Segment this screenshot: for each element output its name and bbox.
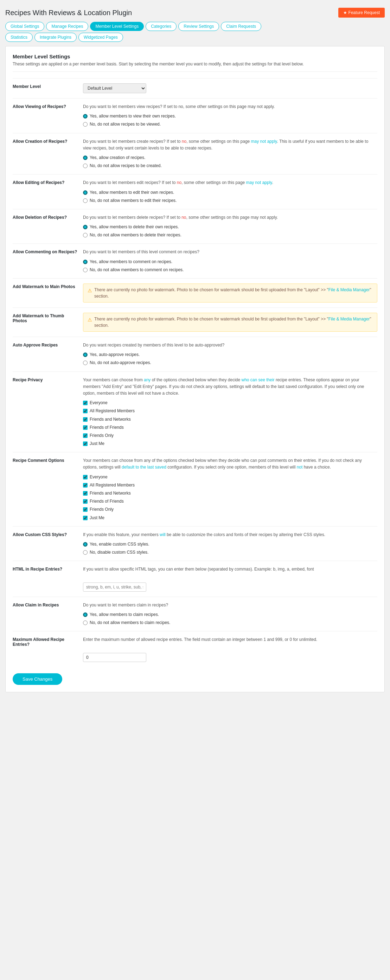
nav-tab-manage-recipes[interactable]: Manage Recipes: [46, 22, 88, 31]
recipe-privacy-content: Your members can choose from any of the …: [83, 377, 377, 447]
allow-creation-label: Allow Creation of Recipes?: [13, 138, 83, 144]
watermark-main-content: ⚠ There are currently no photo for water…: [83, 283, 377, 302]
allow-deletion-content: Do you want to let members delete recipe…: [83, 214, 377, 239]
settings-section-title: Member Level Settings: [13, 54, 377, 59]
file-manager-link-main[interactable]: File & Media Manager: [328, 287, 369, 292]
nav-tab-global-settings[interactable]: Global Settings: [5, 22, 44, 31]
auto-approve-yes[interactable]: Yes, auto-approve recipes.: [83, 352, 377, 358]
allow-deletion-label: Allow Deletion of Recipes?: [13, 214, 83, 220]
custom-css-radios: Yes, enable custom CSS styles. No, disab…: [83, 541, 377, 556]
settings-box: Member Level Settings These settings are…: [5, 46, 385, 692]
comment-checkbox-friends-and-networks[interactable]: Friends and Networks: [83, 490, 377, 497]
allow-claim-no[interactable]: No, do not allow members to claim recipe…: [83, 619, 377, 626]
comment-checkbox-friends-of-friends[interactable]: Friends of Friends: [83, 498, 377, 505]
privacy-checkbox-all-registered-members[interactable]: All Registered Members: [83, 408, 377, 414]
allow-commenting-label: Allow Commenting on Recipes?: [13, 249, 83, 255]
allow-editing-content: Do you want to let members edit recipes?…: [83, 180, 377, 204]
member-level-content: Default Level: [83, 83, 377, 93]
comment-checkbox-everyone[interactable]: Everyone: [83, 474, 377, 480]
watermark-thumb-content: ⚠ There are currently no photo for water…: [83, 313, 377, 332]
page-title: Recipes With Reviews & Location Plugin: [5, 9, 132, 17]
allow-claim-content: Do you want to let members claim in reci…: [83, 602, 377, 627]
allow-commenting-no[interactable]: No, do not allow members to comment on r…: [83, 267, 377, 273]
allow-creation-no[interactable]: No, do not allow recipes to be created.: [83, 162, 377, 169]
allow-editing-row: Allow Editing of Recipes? Do you want to…: [13, 174, 377, 209]
allow-commenting-desc: Do you want to let members of this level…: [83, 249, 377, 255]
nav-tab-widgetized-pages[interactable]: Widgetized Pages: [78, 33, 123, 42]
privacy-checkbox-friends-and-networks[interactable]: Friends and Networks: [83, 416, 377, 423]
allow-editing-yes[interactable]: Yes, allow members to edit their own rec…: [83, 189, 377, 196]
privacy-checkbox-just-me[interactable]: Just Me: [83, 441, 377, 447]
watermark-main-label: Add Watermark to Main Photos: [13, 283, 83, 289]
html-entries-row: HTML in Recipe Entries? If you want to a…: [13, 561, 377, 596]
recipe-comment-options-desc: Your members can choose from any of the …: [83, 457, 377, 471]
auto-approve-row: Auto Approve Recipes Do you want recipes…: [13, 337, 377, 371]
custom-css-content: If you enable this feature, your members…: [83, 531, 377, 556]
allow-creation-desc: Do you want to let members create recipe…: [83, 138, 377, 152]
nav-tabs: Global SettingsManage RecipesMember Leve…: [5, 22, 385, 31]
privacy-checkbox-everyone[interactable]: Everyone: [83, 399, 377, 406]
settings-section-desc: These settings are applied on a per memb…: [13, 62, 377, 72]
watermark-main-warning: ⚠ There are currently no photo for water…: [83, 283, 377, 302]
nav-tab-statistics[interactable]: Statistics: [5, 33, 33, 42]
nav-tabs-row2: StatisticsIntegrate PluginsWidgetized Pa…: [5, 33, 385, 42]
allow-viewing-row: Allow Viewing of Recipes? Do you want to…: [13, 98, 377, 133]
nav-tab-claim-requests[interactable]: Claim Requests: [221, 22, 261, 31]
allow-viewing-yes[interactable]: Yes, allow members to view their own rec…: [83, 113, 377, 119]
max-entries-content: Enter the maximum number of allowed reci…: [83, 636, 377, 662]
feature-request-button[interactable]: ★ Feature Request: [338, 8, 385, 18]
custom-css-row: Allow Custom CSS Styles? If you enable t…: [13, 526, 377, 561]
comment-checkbox-all-registered-members[interactable]: All Registered Members: [83, 482, 377, 488]
recipe-privacy-label: Recipe Privacy: [13, 377, 83, 382]
allow-commenting-yes[interactable]: Yes, allow members to comment on recipes…: [83, 259, 377, 265]
member-level-label: Member Level: [13, 83, 83, 89]
allow-claim-label: Allow Claim in Recipes: [13, 602, 83, 608]
allow-creation-yes[interactable]: Yes, allow creation of recipes.: [83, 154, 377, 161]
nav-tab-categories[interactable]: Categories: [146, 22, 177, 31]
privacy-checkbox-friends-only[interactable]: Friends Only: [83, 432, 377, 439]
allow-claim-radios: Yes, allow members to claim recipes. No,…: [83, 611, 377, 626]
file-manager-link-thumb[interactable]: File & Media Manager: [328, 317, 369, 321]
allow-deletion-yes[interactable]: Yes, allow members to delete their own r…: [83, 224, 377, 231]
allow-commenting-radios: Yes, allow members to comment on recipes…: [83, 259, 377, 273]
nav-tab-review-settings[interactable]: Review Settings: [178, 22, 219, 31]
comment-checkbox-just-me[interactable]: Just Me: [83, 515, 377, 521]
allow-commenting-content: Do you want to let members of this level…: [83, 249, 377, 273]
max-entries-input[interactable]: [83, 653, 146, 662]
allow-viewing-no[interactable]: No, do not allow recipes to be viewed.: [83, 121, 377, 128]
auto-approve-no[interactable]: No, do not auto-approve recipes.: [83, 360, 377, 366]
warning-icon: ⚠: [88, 287, 92, 294]
recipe-privacy-checkboxes: EveryoneAll Registered MembersFriends an…: [83, 399, 377, 447]
html-entries-label: HTML in Recipe Entries?: [13, 566, 83, 572]
max-entries-desc: Enter the maximum number of allowed reci…: [83, 636, 377, 643]
allow-viewing-content: Do you want to let members view recipes?…: [83, 103, 377, 128]
custom-css-no[interactable]: No, disable custom CSS styles.: [83, 549, 377, 556]
allow-editing-no[interactable]: No, do not allow members to edit their r…: [83, 197, 377, 204]
member-level-select[interactable]: Default Level: [83, 83, 146, 93]
allow-deletion-desc: Do you want to let members delete recipe…: [83, 214, 377, 221]
watermark-thumb-warning: ⚠ There are currently no photo for water…: [83, 313, 377, 332]
allow-creation-content: Do you want to let members create recipe…: [83, 138, 377, 170]
html-entries-content: If you want to allow specific HTML tags,…: [83, 566, 377, 591]
max-entries-row: Maximum Allowed Recipe Entries? Enter th…: [13, 631, 377, 667]
recipe-comment-checkboxes: EveryoneAll Registered MembersFriends an…: [83, 474, 377, 521]
allow-claim-yes[interactable]: Yes, allow members to claim recipes.: [83, 611, 377, 618]
nav-tab-member-level-settings[interactable]: Member Level Settings: [90, 22, 144, 31]
allow-claim-desc: Do you want to let members claim in reci…: [83, 602, 377, 609]
allow-viewing-desc: Do you want to let members view recipes?…: [83, 103, 377, 110]
custom-css-yes[interactable]: Yes, enable custom CSS styles.: [83, 541, 377, 548]
page-header: Recipes With Reviews & Location Plugin ★…: [5, 3, 385, 22]
warning-icon-thumb: ⚠: [88, 316, 92, 324]
allow-deletion-no[interactable]: No, do not allow members to delete their…: [83, 232, 377, 239]
member-level-row: Member Level Default Level: [13, 78, 377, 98]
save-changes-button[interactable]: Save Changes: [13, 673, 62, 685]
nav-tab-integrate-plugins[interactable]: Integrate Plugins: [35, 33, 76, 42]
privacy-checkbox-friends-of-friends[interactable]: Friends of Friends: [83, 424, 377, 431]
html-entries-input[interactable]: [83, 582, 146, 592]
watermark-main-row: Add Watermark to Main Photos ⚠ There are…: [13, 278, 377, 307]
recipe-comment-options-label: Recipe Comment Options: [13, 457, 83, 463]
allow-editing-label: Allow Editing of Recipes?: [13, 180, 83, 185]
watermark-thumb-row: Add Watermark to Thumb Photos ⚠ There ar…: [13, 307, 377, 337]
auto-approve-label: Auto Approve Recipes: [13, 342, 83, 348]
comment-checkbox-friends-only[interactable]: Friends Only: [83, 506, 377, 513]
